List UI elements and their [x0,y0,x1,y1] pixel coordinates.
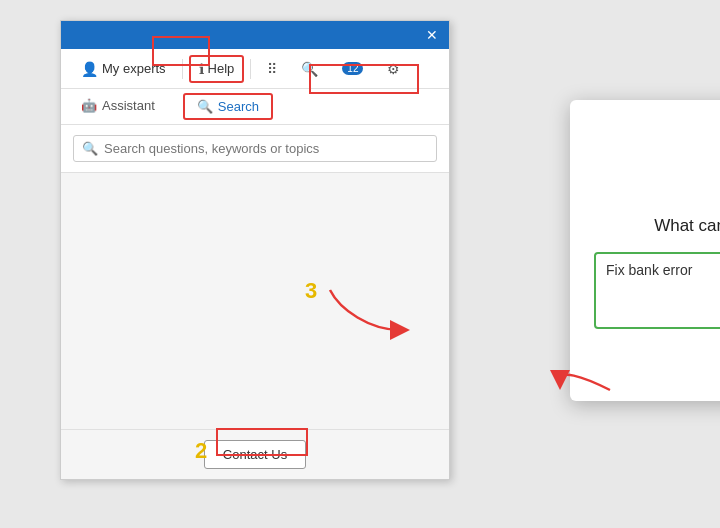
tab-assistant-label: Assistant [102,98,155,113]
help-topic-input[interactable]: Fix bank error [596,254,720,324]
nav-my-experts-label: My experts [102,61,166,76]
tab-search-label: Search [218,99,259,114]
tab-assistant[interactable]: 🤖 Assistant [61,89,175,124]
modal-title: What can we help you with? [654,216,720,236]
search-tab-icon: 🔍 [197,99,213,114]
title-bar: ✕ [61,21,449,49]
person-icon: 👤 [81,61,98,77]
panel-bottom: Contact Us [61,429,449,479]
nav-settings[interactable]: ⚙ [377,55,410,83]
nav-help[interactable]: ℹ Help [189,55,245,83]
search-bar: 🔍 [61,125,449,173]
assistant-icon: 🤖 [81,98,97,113]
nav-divider-2 [250,59,251,79]
nav-help-label: Help [208,61,235,76]
panel-content [61,173,449,429]
help-panel: ✕ 👤 My experts ℹ Help ⠿ 🔍 12 ⚙ 🤖 Assista… [60,20,450,480]
tab-search[interactable]: 🔍 Search [183,93,273,120]
nav-search[interactable]: 🔍 [291,55,328,83]
nav-my-experts[interactable]: 👤 My experts [71,55,176,83]
nav-divider-1 [182,59,183,79]
contact-us-button[interactable]: Contact Us [204,440,306,469]
tab-row: 🤖 Assistant 🔍 Search [61,89,449,125]
notification-badge: 12 [342,62,363,75]
search-input-icon: 🔍 [82,141,98,156]
search-input[interactable] [104,141,428,156]
modal-dialog: What can we help you with? Fix bank erro… [570,100,720,401]
nav-notifications[interactable]: 12 [332,56,373,81]
modal-footer: Continue [594,345,720,377]
help-circle-icon: ℹ [199,61,204,77]
search-icon: 🔍 [301,61,318,77]
nav-bar: 👤 My experts ℹ Help ⠿ 🔍 12 ⚙ [61,49,449,89]
close-button[interactable]: ✕ [421,26,443,44]
modal-textarea-wrap: Fix bank error 156 characters [594,252,720,329]
grid-icon: ⠿ [267,61,277,77]
search-input-wrap: 🔍 [73,135,437,162]
gear-icon: ⚙ [387,61,400,77]
nav-grid[interactable]: ⠿ [257,55,287,83]
